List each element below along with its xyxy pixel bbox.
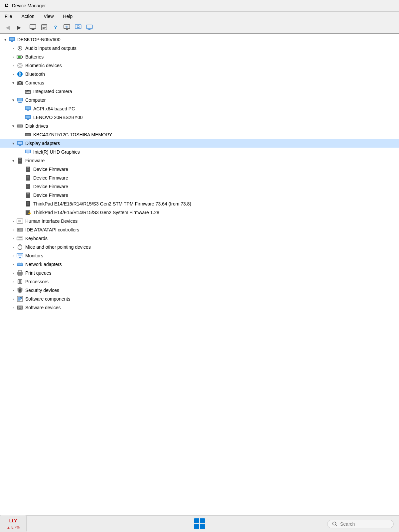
forward-button[interactable]: ▶: [14, 23, 24, 32]
mice-label: Mice and other pointing devices: [25, 244, 91, 250]
svg-rect-78: [27, 193, 29, 194]
security-label: Security devices: [25, 288, 59, 293]
svg-rect-17: [10, 38, 14, 40]
tree-node-kbg[interactable]: KBG40ZNT512G TOSHIBA MEMORY: [0, 130, 399, 139]
update-driver-button[interactable]: [62, 23, 72, 32]
help-button[interactable]: ?: [51, 23, 61, 32]
expand-network[interactable]: ›: [11, 262, 16, 267]
tree-node-print[interactable]: › Print queues: [0, 269, 399, 277]
tree-node-ide[interactable]: › IDE ATA/ATAPI controllers: [0, 225, 399, 234]
taskbar-search[interactable]: [327, 520, 394, 528]
expand-audio[interactable]: ›: [11, 46, 16, 51]
windows-logo-button[interactable]: [194, 518, 205, 529]
expand-firmware[interactable]: ▼: [11, 158, 16, 163]
svg-text:!: !: [29, 212, 30, 214]
svg-rect-15: [87, 30, 91, 30]
sys-fw-icon: !: [25, 209, 31, 216]
tree-node-lenovo[interactable]: LENOVO 20RBS2BY00: [0, 113, 399, 122]
tree-node-root[interactable]: ▼ DESKTOP-N05V600: [0, 35, 399, 44]
tree-node-biometric[interactable]: › Biometric devices: [0, 61, 399, 70]
tree-node-processors[interactable]: › Processors: [0, 277, 399, 286]
tree-node-disk[interactable]: ▼ Disk drives: [0, 122, 399, 130]
processors-label: Processors: [25, 279, 49, 284]
tree-node-fw3[interactable]: Device Firmware: [0, 182, 399, 191]
device-tree: ▼ DESKTOP-N05V600 › Audio inputs and out…: [0, 34, 399, 515]
tree-node-int-camera[interactable]: Integrated Camera: [0, 87, 399, 96]
search-input[interactable]: [340, 521, 387, 527]
svg-rect-83: [27, 204, 29, 204]
svg-point-25: [18, 63, 22, 68]
expand-disk[interactable]: ▼: [11, 123, 16, 129]
svg-rect-81: [27, 202, 29, 202]
tree-node-bluetooth[interactable]: › ᛒ Bluetooth: [0, 70, 399, 78]
tree-node-batteries[interactable]: › Batteries: [0, 53, 399, 61]
tree-node-keyboards[interactable]: › Keyboards: [0, 234, 399, 243]
expand-security[interactable]: ›: [11, 288, 16, 293]
svg-rect-98: [18, 237, 19, 238]
battery-icon: [17, 54, 23, 60]
tree-node-network[interactable]: › Network adapters: [0, 260, 399, 269]
menu-view[interactable]: View: [42, 13, 56, 20]
expand-root[interactable]: ▼: [3, 37, 8, 42]
software-comp-label: Software components: [25, 296, 70, 302]
taskbar-lly-app[interactable]: LLY ▲ 5.7%: [0, 515, 27, 532]
expand-monitors[interactable]: ›: [11, 253, 16, 258]
back-button[interactable]: ◀: [3, 23, 13, 32]
expand-bluetooth[interactable]: ›: [11, 71, 16, 77]
expand-keyboards[interactable]: ›: [11, 236, 16, 241]
fw3-label: Device Firmware: [33, 184, 68, 189]
monitor-button[interactable]: [84, 23, 94, 32]
tree-node-intel-gpu[interactable]: Intel(R) UHD Graphics: [0, 148, 399, 156]
menu-file[interactable]: File: [3, 13, 14, 20]
tree-node-hid[interactable]: › Human Interface Devices: [0, 217, 399, 225]
tree-node-fw4[interactable]: Device Firmware: [0, 191, 399, 200]
tree-node-acpi[interactable]: ACPI x64-based PC: [0, 104, 399, 113]
expand-batteries[interactable]: ›: [11, 54, 16, 60]
svg-point-47: [21, 125, 23, 127]
tree-node-security[interactable]: › Security devices: [0, 286, 399, 295]
ide-icon: [17, 226, 23, 233]
tree-node-software-dev[interactable]: › Software devices: [0, 303, 399, 312]
svg-rect-109: [18, 258, 22, 258]
intel-gpu-label: Intel(R) UHD Graphics: [33, 149, 80, 155]
tree-node-mice[interactable]: › Mice and other pointing devices: [0, 243, 399, 251]
tree-node-audio[interactable]: › Audio inputs and outputs: [0, 44, 399, 53]
expand-cameras[interactable]: ▼: [11, 80, 16, 85]
tree-node-fw2[interactable]: Device Firmware: [0, 174, 399, 182]
expand-print[interactable]: ›: [11, 270, 16, 276]
menu-help[interactable]: Help: [61, 13, 75, 20]
expand-ide[interactable]: ›: [11, 227, 16, 232]
tree-node-display[interactable]: ▼ Display adapters: [0, 139, 399, 148]
int-camera-label: Integrated Camera: [33, 89, 72, 94]
tree-node-firmware[interactable]: ▼ Firmware: [0, 156, 399, 165]
display-icon: [17, 140, 23, 147]
tree-node-tpm[interactable]: ThinkPad E14/E15/R14/R15/S3 Gen2 STM TPM…: [0, 200, 399, 208]
expand-software-comp[interactable]: ›: [11, 296, 16, 302]
menu-action[interactable]: Action: [20, 13, 37, 20]
svg-rect-41: [27, 110, 29, 111]
tree-node-cameras[interactable]: ▼ Cameras: [0, 78, 399, 87]
svg-rect-96: [18, 229, 20, 230]
tree-node-computer[interactable]: ▼ Computer: [0, 96, 399, 104]
mouse-icon: [17, 244, 23, 250]
bluetooth-icon: ᛒ: [17, 71, 23, 77]
tree-node-fw1[interactable]: Device Firmware: [0, 165, 399, 174]
expand-mice[interactable]: ›: [11, 244, 16, 250]
properties-button[interactable]: [39, 23, 49, 32]
tree-node-monitors[interactable]: › Monitors: [0, 251, 399, 260]
scan-button[interactable]: [73, 23, 83, 32]
expand-hid[interactable]: ›: [11, 218, 16, 224]
expand-software-dev[interactable]: ›: [11, 305, 16, 310]
taskbar-app-label: LLY: [9, 518, 17, 523]
tree-node-software-comp[interactable]: › Software components: [0, 295, 399, 303]
audio-label: Audio inputs and outputs: [25, 46, 76, 51]
svg-rect-14: [88, 29, 90, 30]
tree-node-sys-fw[interactable]: ! ThinkPad E14/E15/R14/R15/S3 Gen2 Syste…: [0, 208, 399, 217]
expand-computer[interactable]: ▼: [11, 97, 16, 103]
svg-rect-38: [18, 102, 22, 103]
expand-biometric[interactable]: ›: [11, 63, 16, 68]
expand-processors[interactable]: ›: [11, 279, 16, 284]
keyboards-label: Keyboards: [25, 236, 48, 241]
show-all-devices-button[interactable]: [28, 23, 38, 32]
expand-display[interactable]: ▼: [11, 141, 16, 146]
